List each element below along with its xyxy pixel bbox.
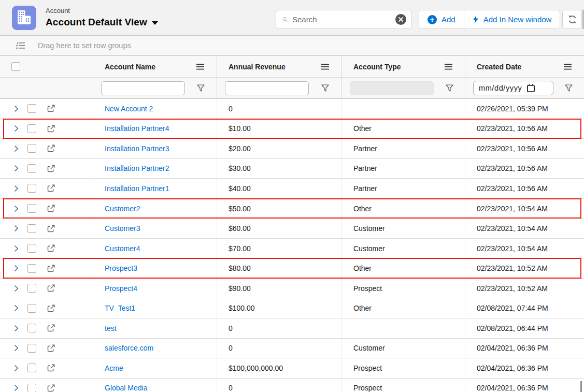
open-record-icon[interactable] bbox=[47, 265, 55, 272]
account-name-cell: Prospect3 bbox=[93, 258, 217, 278]
open-record-icon[interactable] bbox=[47, 144, 55, 152]
expand-chevron-icon[interactable] bbox=[15, 325, 19, 331]
account-type-cell: Other bbox=[342, 199, 465, 219]
row-checkbox[interactable] bbox=[27, 164, 36, 173]
calendar-icon[interactable] bbox=[526, 84, 535, 93]
account-name-link[interactable]: TV_Test1 bbox=[105, 304, 135, 312]
open-record-icon[interactable] bbox=[47, 344, 55, 352]
open-record-icon[interactable] bbox=[47, 165, 55, 172]
search-icon bbox=[282, 15, 288, 24]
filter-funnel-icon[interactable] bbox=[434, 84, 465, 92]
account-type-cell: Customer bbox=[342, 339, 465, 358]
expand-chevron-icon[interactable] bbox=[15, 245, 19, 252]
expand-chevron-icon[interactable] bbox=[15, 285, 19, 292]
row-group-panel[interactable]: Drag here to set row groups bbox=[0, 36, 584, 56]
row-checkbox[interactable] bbox=[27, 204, 36, 213]
account-type-filter-cell bbox=[342, 78, 465, 98]
created-date-cell: 02/23/2021, 10:54 AM bbox=[465, 239, 584, 258]
account-name-link[interactable]: salesforce.com bbox=[105, 344, 153, 352]
account-name-cell: Customer3 bbox=[93, 219, 217, 238]
add-in-new-window-button[interactable]: Add In New window bbox=[464, 10, 560, 28]
expand-chevron-icon[interactable] bbox=[15, 265, 19, 271]
open-record-icon[interactable] bbox=[47, 225, 55, 233]
column-header-created-date[interactable]: Created Date bbox=[465, 56, 584, 77]
open-record-icon[interactable] bbox=[47, 105, 55, 112]
open-record-icon[interactable] bbox=[47, 205, 55, 212]
grid-body: New Account 2 0 02/26/2021, 05:39 PM Ins… bbox=[0, 99, 584, 392]
row-checkbox[interactable] bbox=[27, 264, 36, 273]
account-name-cell: TV_Test1 bbox=[93, 298, 217, 318]
account-name-link[interactable]: Installation Partner1 bbox=[105, 184, 169, 193]
account-name-link[interactable]: Customer4 bbox=[105, 244, 140, 253]
account-name-link[interactable]: New Account 2 bbox=[105, 105, 153, 113]
expand-chevron-icon[interactable] bbox=[15, 345, 19, 351]
account-name-link[interactable]: Global Media bbox=[105, 384, 148, 392]
expand-chevron-icon[interactable] bbox=[15, 385, 19, 391]
expand-chevron-icon[interactable] bbox=[15, 305, 19, 311]
expand-chevron-icon[interactable] bbox=[15, 365, 19, 371]
row-checkbox[interactable] bbox=[27, 304, 36, 313]
row-controls-cell bbox=[0, 99, 93, 119]
expand-chevron-icon[interactable] bbox=[15, 146, 19, 152]
open-record-icon[interactable] bbox=[47, 284, 55, 292]
open-record-icon[interactable] bbox=[47, 364, 55, 372]
account-name-link[interactable]: Installation Partner2 bbox=[105, 164, 169, 172]
filter-funnel-icon[interactable] bbox=[553, 84, 584, 92]
row-checkbox[interactable] bbox=[27, 344, 36, 353]
open-record-icon[interactable] bbox=[47, 324, 55, 332]
annual-revenue-filter-input[interactable] bbox=[225, 81, 309, 95]
column-menu-icon[interactable] bbox=[445, 64, 452, 70]
row-checkbox[interactable] bbox=[27, 184, 36, 193]
search-box[interactable] bbox=[276, 10, 412, 29]
filter-funnel-icon[interactable] bbox=[309, 84, 341, 92]
expand-chevron-icon[interactable] bbox=[15, 165, 19, 171]
search-input[interactable] bbox=[292, 15, 395, 24]
add-button[interactable]: + Add bbox=[419, 10, 464, 28]
clear-search-icon[interactable] bbox=[395, 14, 406, 25]
account-name-filter-input[interactable] bbox=[101, 81, 185, 95]
account-name-link[interactable]: Installation Partner4 bbox=[105, 124, 169, 133]
open-record-icon[interactable] bbox=[47, 244, 55, 252]
scrollbar-thumb[interactable] bbox=[580, 381, 582, 392]
row-checkbox[interactable] bbox=[27, 144, 36, 153]
account-name-link[interactable]: Installation Partner3 bbox=[105, 144, 169, 153]
expand-chevron-icon[interactable] bbox=[15, 225, 19, 231]
refresh-button[interactable] bbox=[562, 10, 582, 29]
column-menu-icon[interactable] bbox=[196, 64, 204, 70]
open-record-icon[interactable] bbox=[47, 125, 55, 133]
select-all-checkbox[interactable] bbox=[11, 62, 20, 71]
account-name-link[interactable]: Customer3 bbox=[105, 224, 140, 233]
row-checkbox[interactable] bbox=[27, 364, 36, 372]
view-selector[interactable]: Account Default View bbox=[46, 17, 158, 28]
row-checkbox[interactable] bbox=[27, 284, 36, 293]
row-checkbox[interactable] bbox=[27, 104, 36, 113]
row-checkbox[interactable] bbox=[27, 244, 36, 253]
account-name-cell: Installation Partner1 bbox=[93, 179, 217, 198]
expand-chevron-icon[interactable] bbox=[15, 185, 19, 192]
column-header-account-type[interactable]: Account Type bbox=[342, 56, 465, 77]
account-name-link[interactable]: Acme bbox=[105, 364, 123, 372]
created-date-filter-input[interactable]: mm/dd/yyyy bbox=[473, 81, 553, 95]
account-type-cell: Partner bbox=[342, 179, 465, 198]
filter-funnel-icon[interactable] bbox=[185, 84, 217, 92]
account-name-link[interactable]: Prospect4 bbox=[105, 284, 137, 293]
row-checkbox[interactable] bbox=[27, 224, 36, 233]
page-header: Account Account Default View + bbox=[0, 0, 584, 36]
expand-chevron-icon[interactable] bbox=[15, 125, 19, 132]
open-record-icon[interactable] bbox=[47, 384, 55, 392]
open-record-icon[interactable] bbox=[47, 304, 55, 312]
row-checkbox[interactable] bbox=[27, 324, 36, 332]
annual-revenue-cell: $100.00 bbox=[217, 298, 342, 318]
row-checkbox[interactable] bbox=[27, 384, 36, 392]
expand-chevron-icon[interactable] bbox=[15, 106, 19, 112]
expand-chevron-icon[interactable] bbox=[15, 206, 19, 212]
column-menu-icon[interactable] bbox=[564, 64, 572, 70]
column-menu-icon[interactable] bbox=[321, 64, 329, 70]
account-name-link[interactable]: Customer2 bbox=[105, 205, 140, 213]
open-record-icon[interactable] bbox=[47, 184, 55, 192]
account-name-link[interactable]: test bbox=[105, 324, 117, 332]
row-checkbox[interactable] bbox=[27, 124, 36, 133]
account-name-link[interactable]: Prospect3 bbox=[105, 264, 137, 272]
column-header-account-name[interactable]: Account Name bbox=[93, 56, 217, 77]
column-header-annual-revenue[interactable]: Annual Revenue bbox=[217, 56, 342, 77]
